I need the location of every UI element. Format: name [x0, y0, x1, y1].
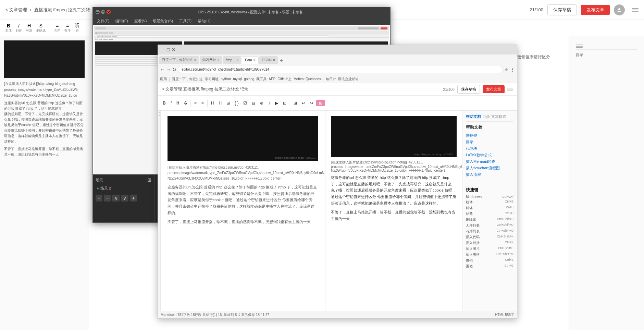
right-icons — [576, 43, 637, 50]
inner-publish-button[interactable]: 发布文章 — [483, 85, 505, 93]
scene-extra-button[interactable]: + — [130, 195, 137, 201]
tab-ffmp-close[interactable]: × — [236, 58, 238, 62]
bookmark-hottest[interactable]: Hottest Questions... — [294, 77, 324, 81]
inner-diff-btn[interactable]: ⊞ — [292, 100, 299, 107]
bookmark-tools[interactable]: 我工具 — [256, 77, 267, 82]
inner-italic-btn[interactable]: I — [169, 100, 174, 107]
inner-heading-btn[interactable]: H — [174, 100, 182, 107]
save-draft-button[interactable]: 保存草稿 — [547, 4, 577, 15]
scenes-settings-icon[interactable]: ⊞ — [147, 177, 151, 183]
inner-tab-learning[interactable]: 学习网址 × — [200, 56, 222, 64]
inner-markdown-editor[interactable]: https://blog.csdn.net/qq_420312... [在这里插… — [161, 111, 325, 311]
avatar[interactable] — [614, 4, 625, 15]
back-link[interactable]: < 文章管理 — [5, 7, 27, 13]
url-bar[interactable]: editor.csdn.net/md?not_checkout=1&articl… — [178, 66, 503, 73]
inner-ordered-btn[interactable]: ≡ — [199, 100, 206, 107]
browser-forward-button[interactable]: → — [166, 67, 171, 72]
publish-button[interactable]: 发布文章 — [581, 5, 610, 15]
inner-editor-sidebar: 帮助文档 目录 文本格式 帮助文档 快捷键 目录 代码块 LaTeX数学公式 插… — [462, 111, 517, 311]
inner-tab-ffmp[interactable]: ffmp... × — [223, 56, 241, 64]
help-item-shortcut[interactable]: 快捷键 — [466, 133, 513, 138]
inner-sidebar-toggle[interactable] — [507, 88, 513, 90]
obs-maximize-button[interactable]: □ — [101, 10, 105, 14]
inner-fullscreen-btn[interactable]: ⊞ — [316, 100, 325, 106]
sc-ul-key: Ctrl+Shift+U — [497, 223, 513, 228]
inner-file-btn[interactable]: ⊡ — [281, 100, 288, 107]
inner-table-btn[interactable]: ⊟ — [250, 100, 257, 107]
obs-scene-item[interactable]: ▶ 场景 2 — [96, 185, 151, 192]
bookmark-baidu[interactable]: 百度一下，你就知道 — [172, 77, 203, 82]
help-item-flowchart[interactable]: 插入flowchart流程图 — [466, 166, 513, 171]
obs-menu-tools[interactable]: 工具(T) — [176, 18, 194, 24]
tab-baidu-close[interactable]: × — [194, 58, 196, 62]
obs-title-text: OBS 25.0.8 (32-bit, windows) - 配置文件: 未命名… — [113, 10, 387, 15]
inner-undo-btn[interactable]: ↩ — [300, 100, 307, 107]
inner-save-button[interactable]: 保存草稿 — [457, 85, 480, 94]
obs-close-button[interactable]: ✕ — [107, 10, 111, 14]
tab-csdn-close[interactable]: × — [273, 58, 275, 62]
bookmark-learning[interactable]: 学习网址 — [205, 77, 219, 82]
obs-menu-help[interactable]: 帮助(H) — [195, 18, 213, 24]
inner-redo-btn[interactable]: ↪ — [308, 100, 315, 107]
scene-add-button[interactable]: + — [96, 195, 102, 201]
inner-h2-btn[interactable]: H — [216, 100, 224, 107]
inner-tab-eam[interactable]: Eam × — [242, 56, 258, 64]
inner-h-btn[interactable]: H — [209, 100, 216, 107]
inner-maximize-button[interactable]: □ — [166, 48, 170, 52]
tab-learning-close[interactable]: × — [218, 58, 220, 62]
help-item-code[interactable]: 代码块 — [466, 146, 513, 151]
shortcut-redo: 重做 Ctrl+G — [466, 264, 513, 269]
inner-status-bar: Markdown 781字数 18行数 鼠标行(1) 16, 鼠标列 8 文章已… — [158, 311, 517, 318]
help-item-toc[interactable]: 目录 — [466, 139, 513, 145]
inner-strikethrough-btn[interactable]: S — [182, 100, 189, 107]
inner-img-btn[interactable]: ☑ — [241, 100, 249, 107]
obs-menu-file[interactable]: 文件(F) — [94, 18, 112, 24]
bookmark-star-button[interactable]: ★ — [504, 67, 509, 72]
scene-down-button[interactable]: ∨ — [121, 195, 128, 201]
tab-eam-close[interactable]: × — [253, 58, 256, 62]
obs-menu-edit[interactable]: 编辑(E) — [113, 18, 131, 24]
unordered-list-btn[interactable]: ≡ 无序 — [53, 22, 62, 34]
inner-minimize-button[interactable]: ─ — [161, 48, 165, 52]
inner-quote-btn[interactable]: ⊞ — [224, 100, 232, 107]
browser-refresh-button[interactable]: ↻ — [172, 67, 176, 72]
bookmark-python[interactable]: python — [221, 77, 231, 81]
inner-tab-baidu[interactable]: 百度一下，你就知道 × — [159, 56, 199, 64]
inner-audio-btn[interactable]: ♪ — [266, 100, 272, 107]
inner-code-btn[interactable]: { } — [233, 100, 240, 107]
ordered-list-btn[interactable]: ≡ 有序 — [63, 22, 72, 34]
obs-menu-scene-collection[interactable]: 场景集合(S) — [150, 18, 176, 24]
bookmark-mysql[interactable]: mysql — [233, 77, 242, 81]
inner-csdn-window[interactable]: ─ □ ✕ 百度一下，你就知道 × 学习网址 × ffmp... × Eam ×… — [158, 45, 517, 319]
inner-close-button[interactable]: ✕ — [172, 48, 176, 52]
bookmark-app[interactable]: APP — [269, 77, 275, 81]
bookmark-apps[interactable]: 应用 — [160, 77, 167, 82]
italic-btn[interactable]: I 斜体 — [14, 22, 23, 34]
obs-menu-view[interactable]: 查看(V) — [132, 18, 150, 24]
obs-minimize-button[interactable]: ─ — [96, 10, 100, 14]
inner-video-btn[interactable]: ▶ — [273, 100, 280, 107]
scene-up-button[interactable]: ∧ — [112, 195, 120, 201]
bookmark-golang[interactable]: golang — [244, 77, 254, 81]
heading-btn[interactable]: H 标题 — [25, 22, 34, 34]
help-item-mermaid[interactable]: 插入Mermaid绘图 — [466, 159, 513, 164]
help-item-flow[interactable]: 插入流程 — [466, 172, 513, 177]
inner-unordered-btn[interactable]: ≡ — [192, 100, 199, 107]
browser-back-button[interactable]: ← — [160, 67, 165, 72]
new-tab-button[interactable]: + — [280, 58, 283, 64]
inner-bold-btn[interactable]: B — [161, 100, 168, 107]
inner-link-btn[interactable]: ⊕ — [258, 100, 265, 107]
scene-remove-button[interactable]: − — [104, 195, 111, 201]
other-btn[interactable]: 听 听 — [73, 22, 81, 34]
bookmark-daily[interactable]: 每日计 — [326, 77, 336, 82]
sidebar-tab-help[interactable]: 帮助文档 — [466, 114, 481, 119]
help-item-latex[interactable]: LaTeX数学公式 — [466, 152, 513, 158]
inner-tab-csdn[interactable]: CSDN × — [259, 56, 278, 64]
bookmark-tencent[interactable]: 腾讯企业邮箱 — [338, 77, 359, 82]
sidebar-tab-format[interactable]: 文本格式 — [491, 114, 506, 119]
strikethrough-btn[interactable]: S 删除线 — [35, 22, 47, 34]
bold-btn[interactable]: B 粗体 — [4, 22, 13, 34]
bookmark-github[interactable]: GitHub上 — [277, 77, 292, 82]
browser-menu-button[interactable]: ⋮ — [510, 67, 515, 72]
sidebar-tab-toc[interactable]: 目录 — [482, 114, 490, 119]
